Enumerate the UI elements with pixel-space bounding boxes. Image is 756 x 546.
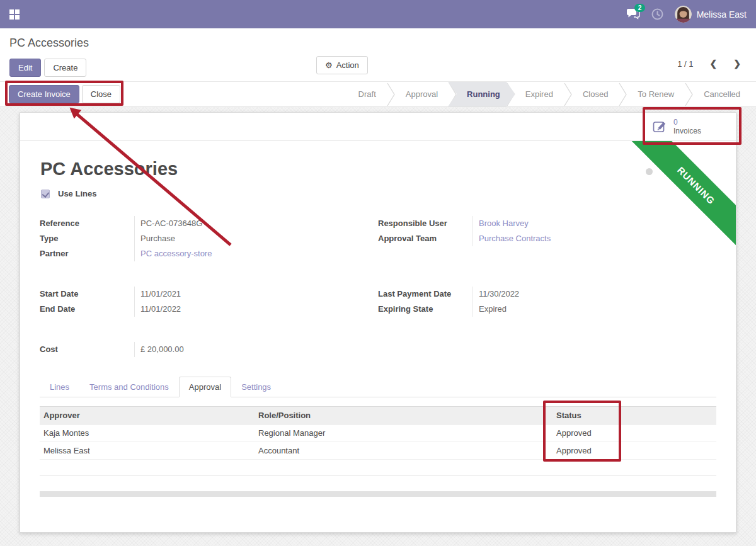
- column-header-role[interactable]: Role/Position: [255, 407, 553, 424]
- action-button-label: Action: [336, 60, 359, 70]
- notebook-tabs: Lines Terms and Conditions Approval Sett…: [40, 376, 716, 397]
- tab-approval[interactable]: Approval: [179, 377, 231, 397]
- responsible-user-label: Responsible User: [378, 216, 472, 231]
- column-header-status[interactable]: Status: [553, 407, 716, 424]
- apps-menu-icon[interactable]: [9, 9, 20, 20]
- status-step-cancelled[interactable]: Cancelled: [693, 82, 751, 106]
- reference-value: PC-AC-073648G: [134, 216, 358, 231]
- last-payment-date-label: Last Payment Date: [378, 287, 472, 302]
- bottom-scrollbar[interactable]: [40, 491, 716, 497]
- step-separator-icon: [685, 82, 693, 106]
- cell-status[interactable]: Approved: [553, 442, 716, 460]
- partner-label: Partner: [40, 246, 134, 261]
- approval-table: Approver Role/Position Status Kaja Monte…: [40, 406, 716, 460]
- tab-lines[interactable]: Lines: [40, 377, 79, 397]
- kanban-state-dot[interactable]: [646, 168, 653, 175]
- clock-icon: [651, 8, 663, 20]
- status-step-running[interactable]: Running: [448, 82, 515, 106]
- top-navbar: 2 Melissa Ea: [0, 0, 756, 28]
- statusbar: Draft Approval Running Expired Closed To…: [348, 82, 751, 106]
- end-date-value: 11/01/2022: [134, 302, 358, 317]
- invoices-stat-button[interactable]: 0 Invoices: [643, 113, 735, 140]
- activities-clock-icon[interactable]: [651, 8, 663, 20]
- pager-value: 1 / 1: [677, 59, 693, 69]
- pager: 1 / 1 ❮ ❯: [677, 59, 741, 69]
- status-step-closed[interactable]: Closed: [572, 82, 619, 106]
- cell-role[interactable]: Regional Manager: [255, 424, 553, 442]
- status-step-expired[interactable]: Expired: [515, 82, 564, 106]
- reference-label: Reference: [40, 216, 134, 231]
- status-step-draft[interactable]: Draft: [348, 82, 387, 106]
- approval-team-value-link[interactable]: Purchase Contracts: [472, 231, 721, 246]
- tab-terms-and-conditions[interactable]: Terms and Conditions: [79, 377, 179, 397]
- stat-button-row: 0 Invoices: [20, 113, 736, 141]
- cell-approver[interactable]: Melissa East: [40, 442, 255, 460]
- last-payment-date-value: 11/30/2022: [472, 287, 721, 302]
- invoices-count: 0: [673, 118, 701, 127]
- record-title: PC Accessories: [40, 159, 178, 179]
- status-step-approval[interactable]: Approval: [395, 82, 449, 106]
- field-group-dates-right: Last Payment Date 11/30/2022 Expiring St…: [378, 287, 721, 317]
- messages-icon[interactable]: 2: [627, 9, 640, 20]
- invoices-label: Invoices: [673, 127, 701, 135]
- form-statusbar-row: Create Invoice Close Draft Approval Runn…: [0, 81, 756, 107]
- pager-next-icon[interactable]: ❯: [733, 59, 741, 69]
- column-header-approver[interactable]: Approver: [40, 407, 255, 424]
- cell-approver[interactable]: Kaja Montes: [40, 424, 255, 442]
- table-empty-area: [40, 458, 716, 475]
- field-group-main-right: Responsible User Brook Harvey Approval T…: [378, 216, 721, 246]
- breadcrumb[interactable]: PC Accessories: [9, 37, 747, 50]
- step-separator-icon: [387, 82, 395, 106]
- cost-value: £ 20,000.00: [134, 342, 358, 357]
- expiring-state-value: Expired: [472, 302, 721, 317]
- start-date-value: 11/01/2021: [134, 287, 358, 302]
- cost-label: Cost: [40, 342, 134, 357]
- gear-icon: ⚙: [325, 60, 333, 70]
- control-panel: PC Accessories Edit Create ⚙ Action 1 / …: [0, 28, 756, 81]
- close-button[interactable]: Close: [82, 85, 120, 103]
- table-header-row: Approver Role/Position Status: [40, 407, 716, 424]
- table-row[interactable]: Melissa East Accountant Approved: [40, 442, 716, 460]
- field-group-dates-left: Start Date 11/01/2021 End Date 11/01/202…: [40, 287, 358, 317]
- create-invoice-button[interactable]: Create Invoice: [9, 85, 79, 103]
- edit-button[interactable]: Edit: [9, 59, 41, 77]
- expiring-state-label: Expiring State: [378, 302, 472, 317]
- cell-status[interactable]: Approved: [553, 424, 716, 442]
- approval-team-label: Approval Team: [378, 231, 472, 246]
- step-separator-icon: [619, 82, 627, 106]
- responsible-user-value-link[interactable]: Brook Harvey: [472, 216, 721, 231]
- step-separator-icon: [564, 82, 572, 106]
- type-label: Type: [40, 231, 134, 246]
- partner-value-link[interactable]: PC accessory-store: [134, 246, 358, 261]
- use-lines-label: Use Lines: [58, 189, 96, 198]
- create-button[interactable]: Create: [44, 59, 86, 77]
- type-value: Purchase: [134, 231, 358, 246]
- form-sheet: 0 Invoices RUNNING PC Accessories Use Li…: [20, 112, 736, 533]
- action-button[interactable]: ⚙ Action: [316, 56, 368, 74]
- start-date-label: Start Date: [40, 287, 134, 302]
- field-group-main-left: Reference PC-AC-073648G Type Purchase Pa…: [40, 216, 358, 261]
- messages-count-badge: 2: [634, 4, 646, 12]
- avatar: [675, 6, 692, 23]
- tab-settings[interactable]: Settings: [231, 377, 281, 397]
- user-name: Melissa East: [697, 9, 747, 20]
- form-view-background: 0 Invoices RUNNING PC Accessories Use Li…: [0, 107, 756, 546]
- use-lines-checkbox[interactable]: [41, 190, 50, 198]
- invoice-pencil-icon: [653, 120, 667, 134]
- status-step-to-renew[interactable]: To Renew: [627, 82, 685, 106]
- cell-role[interactable]: Accountant: [255, 442, 553, 460]
- end-date-label: End Date: [40, 302, 134, 317]
- field-group-cost: Cost £ 20,000.00: [40, 342, 358, 357]
- user-menu[interactable]: Melissa East: [675, 6, 747, 23]
- pager-prev-icon[interactable]: ❮: [710, 59, 718, 69]
- table-row[interactable]: Kaja Montes Regional Manager Approved: [40, 424, 716, 442]
